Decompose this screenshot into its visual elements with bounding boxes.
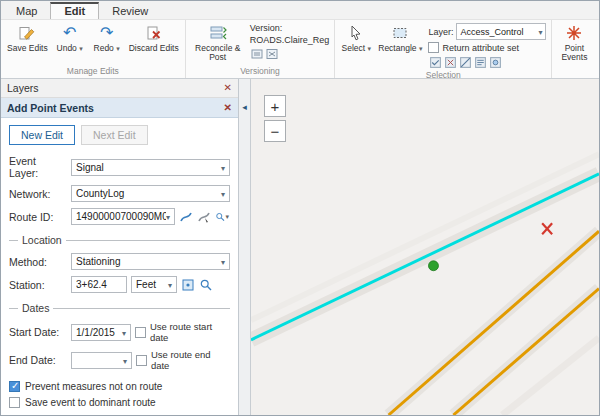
save-dominant-label: Save event to dominant route [25,397,156,408]
route-id-select[interactable]: 14900000700090M01 [71,208,175,225]
network-row: Network: CountyLog [9,185,230,202]
return-attribute-set-checkbox[interactable] [428,42,439,53]
group-edit-events: Point Events Line Events Event Replaceme… [551,20,600,78]
station-input[interactable] [71,276,127,293]
version-value[interactable]: ROADS.Claire_Reg [250,35,330,45]
use-route-end-date-label: Use route end date [151,349,230,371]
select-dropdown-arrow-icon: ▾ [367,45,371,52]
zoom-route-arrow-icon: ▾ [225,213,229,221]
rectangle-select-button[interactable]: Rectangle ▾ [375,22,425,54]
network-select[interactable]: CountyLog [71,185,230,202]
panel-title: Add Point Events [7,102,94,114]
layers-pane-title: Layers [7,82,39,94]
discard-edits-button[interactable]: Discard Edits [126,22,182,54]
layer-label: Layer: [428,27,453,37]
route-id-row: Route ID: 14900000700090M01 ▾ [9,208,230,225]
select-by-attributes-icon[interactable] [473,55,487,69]
select-all-icon[interactable] [428,55,442,69]
panel-content: New Edit Next Edit Event Layer: Signal N… [1,118,238,416]
selection-options: Layer: Access_Control Return attribute s… [426,22,548,70]
panel-collapse-strip [239,79,251,415]
location-label: Location [22,234,62,246]
tab-edit[interactable]: Edit [50,2,99,19]
new-edit-button[interactable]: New Edit [9,125,75,145]
red-x-marker [542,223,552,234]
version-label: Version: [250,23,330,33]
save-dominant-row: Save event to dominant route [9,397,230,408]
use-route-start-date-label: Use route start date [150,321,230,343]
zoom-to-location-icon[interactable] [199,278,213,292]
method-select[interactable]: Stationing [71,253,230,270]
station-unit-select[interactable]: Feet [131,276,177,293]
redo-button[interactable]: ↷ Redo ▾ [89,22,125,54]
pick-route-icon[interactable] [179,210,193,224]
version-manage-icon[interactable] [265,47,279,61]
versioning-group-label: Versioning [186,66,335,78]
version-list-icon[interactable] [250,47,264,61]
main-area: Layers ✕ Add Point Events ✕ New Edit Nex… [1,79,599,415]
method-label: Method: [9,256,67,268]
tab-review[interactable]: Review [99,3,161,19]
map-canvas [251,79,599,415]
event-layer-row: Event Layer: Signal [9,155,230,179]
return-attribute-set-label: Return attribute set [442,43,519,53]
dates-label: Dates [22,302,49,314]
network-label: Network: [9,188,67,200]
prevent-measures-label: Prevent measures not on route [25,381,162,392]
undo-icon: ↶ [63,23,76,43]
save-dominant-checkbox[interactable] [9,397,20,408]
select-cursor-icon [347,23,365,43]
end-date-input[interactable] [71,352,132,369]
ribbon: Save Edits ↶ Undo ▾ ↷ Redo ▾ Discard Edi… [1,20,599,79]
group-versioning: Reconcile & Post Version: ROADS.Claire_R… [185,20,335,78]
event-layer-select[interactable]: Signal [71,159,230,176]
end-date-label: End Date: [9,354,67,366]
save-edits-button[interactable]: Save Edits [4,22,51,54]
line-events-button[interactable]: Line Events [594,22,600,63]
save-edits-icon [18,23,36,43]
station-label: Station: [9,279,67,291]
group-selection: Select ▾ Rectangle ▾ Layer: Access_Contr… [334,20,551,78]
map-zoom-control: + − [264,95,286,142]
rectangle-select-icon [391,23,409,43]
start-date-input[interactable]: 1/1/2015 [71,324,131,341]
prevent-measures-row: Prevent measures not on route [9,381,230,392]
tab-map[interactable]: Map [3,3,50,19]
method-arrow-icon [221,256,225,267]
reconcile-post-button[interactable]: Reconcile & Post [189,22,247,63]
prevent-measures-checkbox[interactable] [9,381,20,392]
point-events-icon [565,23,583,43]
undo-dropdown-arrow-icon: ▾ [79,45,83,52]
group-manage-edits: Save Edits ↶ Undo ▾ ↷ Redo ▾ Discard Edi… [1,20,185,78]
select-button[interactable]: Select ▾ [338,22,374,54]
redo-dropdown-arrow-icon: ▾ [116,45,120,52]
collapse-panel-icon[interactable] [239,99,251,115]
pick-location-on-map-icon[interactable] [181,278,195,292]
point-events-button[interactable]: Point Events [555,22,593,63]
use-route-start-date-checkbox[interactable] [135,327,146,338]
selection-attributes-icon[interactable] [488,55,502,69]
undo-button[interactable]: ↶ Undo ▾ [52,22,88,54]
location-separator: Location [9,234,230,246]
select-route-on-map-icon[interactable] [197,210,211,224]
panel-close-icon[interactable]: ✕ [224,103,232,113]
map-view[interactable]: + − [251,79,599,415]
dates-separator: Dates [9,302,230,314]
layer-select[interactable]: Access_Control [456,23,546,40]
add-point-events-panel: Layers ✕ Add Point Events ✕ New Edit Nex… [1,79,239,415]
version-info: Version: ROADS.Claire_Reg [248,22,332,62]
point-event-marker [428,261,438,271]
zoom-to-route-icon[interactable]: ▾ [215,210,229,224]
layers-close-icon[interactable]: ✕ [224,83,232,93]
route-id-arrow-icon [166,211,170,222]
start-date-row: Start Date: 1/1/2015 Use route start dat… [9,321,230,343]
zoom-in-button[interactable]: + [264,95,286,117]
invert-selection-icon[interactable] [458,55,472,69]
zoom-out-button[interactable]: − [264,120,286,142]
ribbon-tab-bar: Map Edit Review [1,1,599,20]
clear-selection-icon[interactable] [443,55,457,69]
method-row: Method: Stationing [9,253,230,270]
use-route-end-date-checkbox[interactable] [136,355,147,366]
station-unit-arrow-icon [168,279,172,290]
end-date-row: End Date: Use route end date [9,349,230,371]
